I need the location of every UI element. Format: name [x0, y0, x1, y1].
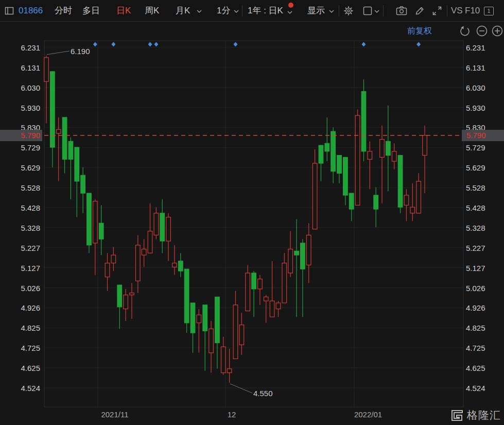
range-period-selector[interactable]: 1年 : 日K: [248, 0, 283, 22]
y-axis-label-right: 4.825: [466, 324, 502, 332]
candle-up: [154, 213, 159, 235]
camera-screenshot-icon[interactable]: [395, 0, 408, 22]
y-axis-label-right: 4.725: [466, 344, 502, 352]
y-axis-label-right: 5.729: [466, 143, 502, 152]
candle-up: [288, 249, 293, 273]
candle-up: [105, 263, 110, 277]
x-axis-label: 12: [211, 410, 252, 419]
candle-up: [312, 163, 317, 229]
zoom-out-icon[interactable]: [476, 25, 488, 37]
toolbar: 01866 分时 多日 日K 周K 月K 1分 1年 : 日K 显示: [0, 0, 504, 22]
single-panel-layout-icon[interactable]: 1: [484, 0, 494, 22]
candle-down: [349, 193, 354, 209]
draw-pencil-icon[interactable]: [414, 0, 425, 22]
y-axis-label-right: 5.026: [466, 284, 502, 293]
tab-monthly-k[interactable]: 月K: [176, 0, 190, 22]
candle-down: [301, 243, 305, 269]
candle-down: [374, 195, 378, 209]
vs-compare-button[interactable]: VS: [451, 0, 463, 22]
candle-down: [325, 143, 329, 151]
candle-up: [93, 201, 98, 243]
gelonghui-logo-icon: [450, 409, 464, 422]
y-axis-label-left: 5.026: [4, 284, 40, 293]
chevron-down-icon[interactable]: [374, 9, 380, 13]
candle-up: [355, 115, 360, 205]
candle-up: [404, 195, 409, 205]
tab-1min[interactable]: 1分: [217, 0, 230, 22]
y-axis-label-left: 5.127: [4, 264, 40, 273]
f10-info-button[interactable]: F10: [465, 0, 480, 22]
candle-down: [203, 305, 207, 331]
candle-up: [258, 279, 263, 289]
watermark-text: 格隆汇: [467, 408, 501, 422]
annotation-leader-line: [47, 51, 69, 55]
candle-up: [282, 263, 287, 303]
candle-up: [56, 129, 61, 133]
candle-up: [423, 135, 427, 156]
candle-up: [44, 58, 49, 81]
event-diamond-marker[interactable]: [361, 42, 366, 47]
y-axis-label-left: 5.227: [4, 244, 40, 252]
event-diamond-marker[interactable]: [234, 42, 238, 47]
symbol-code[interactable]: 01866: [19, 0, 43, 22]
event-diamond-marker[interactable]: [111, 42, 115, 47]
candle-up: [142, 249, 146, 255]
event-diamond-marker[interactable]: [416, 42, 421, 47]
candle-down: [386, 141, 391, 155]
y-axis-label-right: 6.231: [466, 43, 502, 52]
settings-gear-icon[interactable]: [343, 0, 354, 22]
y-axis-label-left: 4.524: [4, 384, 40, 393]
zoom-in-icon[interactable]: [491, 25, 503, 37]
sidebar-toggle-icon[interactable]: [4, 0, 14, 22]
candlestick-plot[interactable]: [0, 0, 504, 425]
tab-weekly-k[interactable]: 周K: [145, 0, 159, 22]
y-axis-label-right: 4.625: [466, 364, 502, 372]
reset-undo-icon[interactable]: [459, 25, 471, 37]
candle-down: [87, 193, 92, 245]
event-diamond-marker[interactable]: [93, 42, 97, 47]
event-diamond-marker[interactable]: [154, 42, 158, 47]
candle-up: [166, 217, 171, 241]
tab-daily-k[interactable]: 日K: [116, 0, 131, 22]
candle-down: [75, 147, 79, 181]
chevron-down-icon[interactable]: [287, 10, 293, 14]
display-menu[interactable]: 显示: [307, 0, 325, 22]
chart-style-icon[interactable]: [362, 0, 373, 22]
tab-minute[interactable]: 分时: [55, 0, 72, 22]
tab-multiday[interactable]: 多日: [82, 0, 100, 22]
candle-up: [124, 295, 128, 309]
plot-border: [44, 41, 463, 407]
candle-up: [264, 297, 268, 301]
fullscreen-expand-icon[interactable]: [431, 0, 443, 22]
candle-down: [294, 251, 299, 255]
y-axis-label-left: 6.030: [4, 83, 40, 92]
candle-down: [252, 273, 256, 289]
y-axis-label-left: 4.825: [4, 324, 40, 332]
stock-chart-app: 6.2316.2316.1316.1316.0306.0305.9305.930…: [0, 0, 504, 425]
toolbar-separator: [242, 5, 242, 16]
candle-down: [81, 175, 85, 193]
candle-down: [160, 213, 165, 241]
chevron-down-icon[interactable]: [233, 9, 239, 13]
candle-down: [179, 261, 183, 271]
toolbar-separator: [447, 5, 447, 16]
candle-up: [368, 151, 372, 159]
annotation-leader-line: [230, 384, 252, 393]
candle-down: [190, 303, 195, 333]
candle-up: [416, 181, 421, 213]
y-axis-label-right: 5.227: [466, 244, 502, 252]
candle-down: [184, 269, 189, 323]
candle-down: [68, 141, 73, 159]
candle-up: [410, 207, 415, 213]
y-axis-label-left: 6.131: [4, 63, 40, 72]
y-axis-label-right: 5.328: [466, 224, 502, 232]
event-diamond-marker[interactable]: [148, 42, 152, 47]
forward-adjust-button[interactable]: 前复权: [407, 26, 432, 37]
chevron-down-icon[interactable]: [196, 9, 202, 13]
y-axis-label-right: 4.926: [466, 303, 502, 312]
y-axis-label-right: 5.428: [466, 203, 502, 212]
candle-down: [319, 145, 323, 163]
chevron-down-icon[interactable]: [328, 9, 335, 13]
x-axis-label: 2022/01: [347, 410, 389, 419]
notification-dot: [288, 3, 293, 8]
